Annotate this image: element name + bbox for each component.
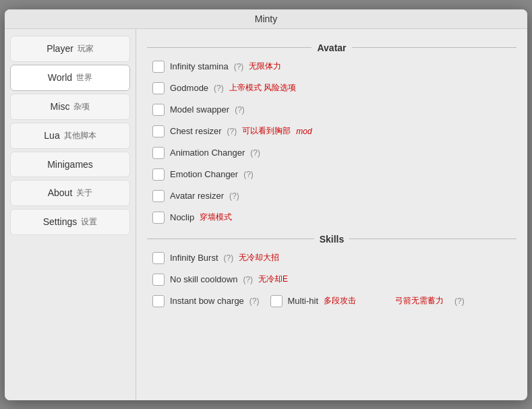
avatar-divider-left xyxy=(147,47,312,48)
hint-avatar-resizer: (?) xyxy=(229,191,239,201)
feature-row-godmode: Godmode (?) 上帝模式 风险选项 xyxy=(147,77,516,99)
hint-instant-bow: (?) xyxy=(249,296,260,306)
label-instant-bow: Instant bow charge xyxy=(170,296,244,306)
sidebar-item-player[interactable]: Player玩家 xyxy=(10,36,130,62)
feature-row-instant-bow: Instant bow charge (?) Multi-hit 多段攻击 弓箭… xyxy=(147,290,516,312)
sidebar-label-en-player: Player xyxy=(47,43,73,54)
sidebar-label-en-world: World xyxy=(48,72,72,83)
sidebar-item-minigames[interactable]: Minigames xyxy=(10,152,130,177)
hint-chest-resizer: (?) xyxy=(227,127,237,136)
title-bar: Minty xyxy=(5,9,527,29)
sidebar-label-cn-misc: 杂项 xyxy=(73,101,90,113)
cn-godmode: 上帝模式 风险选项 xyxy=(229,82,296,94)
hint-emotion-changer: (?) xyxy=(243,170,254,179)
cn-no-skill-cooldown: 无冷却E xyxy=(258,274,288,285)
sidebar-label-cn-lua: 其他脚本 xyxy=(64,130,96,141)
label-animation-changer: Animation Changer xyxy=(170,148,245,158)
avatar-section-title: Avatar xyxy=(312,42,351,53)
toggle-instant-bow[interactable] xyxy=(152,295,165,307)
toggle-godmode[interactable] xyxy=(152,82,165,94)
feature-row-noclip: Noclip 穿墙模式 xyxy=(147,207,516,228)
hint-no-skill-cooldown: (?) xyxy=(243,275,253,284)
sidebar-item-misc[interactable]: Misc杂项 xyxy=(10,94,130,120)
toggle-emotion-changer[interactable] xyxy=(152,168,165,181)
hint-infinity-burst: (?) xyxy=(224,253,234,263)
mod-chest-resizer: mod xyxy=(296,127,312,136)
sidebar-label-en-minigames: Minigames xyxy=(47,159,93,170)
feature-row-chest-resizer: Chest resizer (?) 可以看到胸部 mod xyxy=(147,121,516,142)
cn-infinity-stamina: 无限体力 xyxy=(249,61,281,72)
cn-infinity-burst: 无冷却大招 xyxy=(239,252,279,263)
sidebar-item-world[interactable]: World世界 xyxy=(10,65,130,91)
feature-row-infinity-burst: Infinity Burst (?) 无冷却大招 xyxy=(147,247,516,269)
label-godmode: Godmode xyxy=(170,83,208,93)
label-chest-resizer: Chest resizer xyxy=(170,126,222,136)
toggle-multi-hit[interactable] xyxy=(270,295,283,307)
hint-godmode: (?) xyxy=(214,84,224,93)
avatar-section-header: Avatar xyxy=(147,42,516,53)
skills-divider-right xyxy=(349,239,516,239)
cn-multi-hit: 多段攻击 xyxy=(324,295,356,307)
feature-row-animation-changer: Animation Changer (?) xyxy=(147,142,516,164)
hint-model-swapper: (?) xyxy=(235,105,245,115)
feature-row-avatar-resizer: Avatar resizer (?) xyxy=(147,185,516,207)
label-infinity-stamina: Infinity stamina xyxy=(170,61,229,71)
toggle-model-swapper[interactable] xyxy=(152,104,165,116)
toggle-infinity-stamina[interactable] xyxy=(152,61,165,73)
extra-hint-instant-bow: (?) xyxy=(454,296,465,306)
main-panel: Avatar Infinity stamina (?) 无限体力 Godmode… xyxy=(136,29,527,400)
sidebar-label-cn-about: 关于 xyxy=(76,187,92,199)
sidebar-label-cn-settings: 设置 xyxy=(81,216,97,228)
content-area: Player玩家World世界Misc杂项Lua其他脚本MinigamesAbo… xyxy=(5,29,527,400)
toggle-noclip[interactable] xyxy=(152,212,165,224)
sidebar-label-cn-player: 玩家 xyxy=(78,43,94,55)
label-model-swapper: Model swapper xyxy=(170,104,229,115)
app-window: Minty Player玩家World世界Misc杂项Lua其他脚本Miniga… xyxy=(5,9,527,400)
sidebar-label-en-settings: Settings xyxy=(43,216,78,227)
sidebar-label-en-about: About xyxy=(48,187,73,198)
label-multi-hit: Multi-hit xyxy=(288,296,319,306)
toggle-no-skill-cooldown[interactable] xyxy=(152,274,165,286)
skills-section-title: Skills xyxy=(314,234,350,245)
sidebar-label-en-misc: Misc xyxy=(51,101,70,112)
toggle-chest-resizer[interactable] xyxy=(152,125,165,137)
app-title: Minty xyxy=(255,13,277,24)
feature-row-infinity-stamina: Infinity stamina (?) 无限体力 xyxy=(147,56,516,77)
sidebar-label-en-lua: Lua xyxy=(44,130,59,141)
sidebar-item-settings[interactable]: Settings设置 xyxy=(10,209,130,235)
skills-section-header: Skills xyxy=(147,234,516,245)
sidebar: Player玩家World世界Misc杂项Lua其他脚本MinigamesAbo… xyxy=(5,29,136,400)
sidebar-item-about[interactable]: About关于 xyxy=(10,180,130,206)
label-noclip: Noclip xyxy=(170,212,194,222)
toggle-infinity-burst[interactable] xyxy=(152,252,165,264)
cn-chest-resizer: 可以看到胸部 xyxy=(242,125,291,137)
cn-instant-bow: 弓箭无需蓄力 xyxy=(395,295,444,307)
avatar-divider-right xyxy=(352,47,516,48)
feature-row-model-swapper: Model swapper (?) xyxy=(147,99,516,121)
label-no-skill-cooldown: No skill cooldown xyxy=(170,274,237,284)
label-infinity-burst: Infinity Burst xyxy=(170,253,218,263)
hint-animation-changer: (?) xyxy=(250,148,260,158)
skills-divider-left xyxy=(147,239,314,239)
feature-row-no-skill-cooldown: No skill cooldown (?) 无冷却E xyxy=(147,269,516,290)
sidebar-item-lua[interactable]: Lua其他脚本 xyxy=(10,123,130,149)
hint-infinity-stamina: (?) xyxy=(234,62,244,71)
toggle-animation-changer[interactable] xyxy=(152,147,165,159)
label-emotion-changer: Emotion Changer xyxy=(170,169,238,179)
feature-row-emotion-changer: Emotion Changer (?) xyxy=(147,164,516,185)
sidebar-label-cn-world: 世界 xyxy=(76,72,92,84)
label-avatar-resizer: Avatar resizer xyxy=(170,191,224,201)
toggle-avatar-resizer[interactable] xyxy=(152,190,165,202)
cn-noclip: 穿墙模式 xyxy=(200,212,232,223)
